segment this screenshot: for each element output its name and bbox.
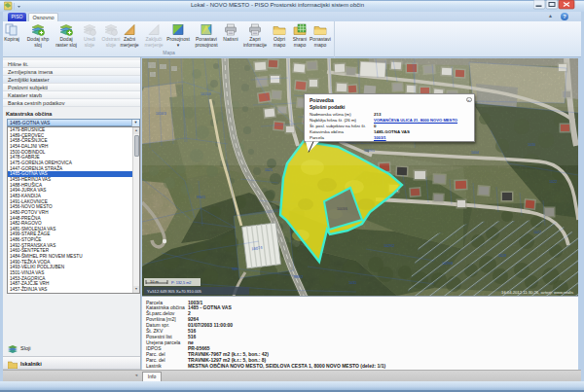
svg-text:1029/2: 1029/2 <box>383 244 394 248</box>
svg-text:988/2: 988/2 <box>294 275 303 279</box>
svg-text:P: 132,5 m2: P: 132,5 m2 <box>171 281 191 285</box>
svg-text:Y=512.649.905 X=70.910.005: Y=512.649.905 X=70.910.005 <box>147 289 202 294</box>
svg-text:16.04.2012 11:30:26, avtorji:: 16.04.2012 11:30:26, avtorji: www.realis <box>501 290 573 295</box>
svg-text:1028: 1028 <box>498 254 506 258</box>
svg-text:1027: 1027 <box>533 231 541 234</box>
svg-text:989: 989 <box>232 267 237 271</box>
svg-text:990/1: 990/1 <box>197 196 205 199</box>
svg-text:1031: 1031 <box>348 281 356 285</box>
svg-text:10 m: 10 m <box>150 279 160 284</box>
svg-text:1029/8: 1029/8 <box>442 262 453 266</box>
svg-text:1003/6: 1003/6 <box>337 207 347 211</box>
svg-text:1021: 1021 <box>265 168 273 172</box>
svg-text:1022: 1022 <box>549 180 557 184</box>
